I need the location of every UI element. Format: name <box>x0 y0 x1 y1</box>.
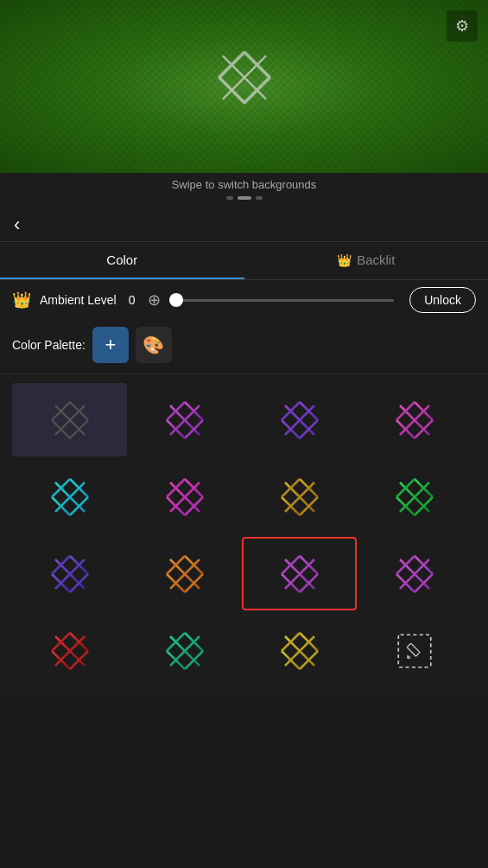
swipe-hint-bar: Swipe to switch backgrounds <box>0 173 488 208</box>
palette-row: Color Palette: + 🎨 <box>0 320 488 374</box>
bottom-area <box>0 699 488 868</box>
logo-container <box>210 43 279 116</box>
swatch-icon-15 <box>276 628 323 674</box>
grid-row-1 <box>12 383 476 456</box>
tab-color-label: Color <box>106 252 137 267</box>
color-swatch-5[interactable] <box>12 460 127 533</box>
color-swatch-6[interactable] <box>127 460 242 533</box>
swatch-icon-4 <box>391 397 438 444</box>
swatch-icon-14 <box>162 628 208 674</box>
slider-track <box>176 299 395 302</box>
grid-row-2 <box>12 460 476 533</box>
swatch-icon-13 <box>47 628 93 674</box>
swatch-icon-2 <box>162 397 208 444</box>
target-icon: ⊕ <box>148 290 161 310</box>
swatch-icon-10 <box>162 551 208 597</box>
swatch-icon-11 <box>276 551 323 597</box>
color-swatch-11[interactable] <box>242 537 357 610</box>
swatch-icon-6 <box>162 474 208 520</box>
custom-edit-icon <box>396 632 434 670</box>
color-grid <box>0 374 488 699</box>
ambient-level-row: 👑 Ambient Level 0 ⊕ Unlock <box>0 280 488 320</box>
back-bar: ‹ <box>0 208 488 242</box>
swatch-icon-1 <box>47 397 93 444</box>
grid-row-3 <box>12 537 476 610</box>
add-palette-button[interactable]: + <box>92 327 129 363</box>
dot-2 <box>238 196 251 200</box>
color-picker-button[interactable]: 🎨 <box>136 327 172 363</box>
add-icon: + <box>105 334 116 356</box>
swipe-hint-text: Swipe to switch backgrounds <box>0 178 488 191</box>
color-swatch-3[interactable] <box>242 383 357 456</box>
color-swatch-2[interactable] <box>127 383 242 456</box>
color-swatch-12[interactable] <box>357 537 472 610</box>
color-swatch-4[interactable] <box>357 383 472 456</box>
swatch-icon-5 <box>47 474 93 520</box>
palette-icon: 🎨 <box>143 335 164 355</box>
swatch-icon-8 <box>391 474 438 520</box>
color-swatch-1[interactable] <box>12 383 127 456</box>
swatch-icon-12 <box>391 551 438 597</box>
unlock-label: Unlock <box>424 293 461 307</box>
back-button[interactable]: ‹ <box>14 215 20 234</box>
header-background: ⚙ <box>0 0 488 173</box>
tab-color[interactable]: Color <box>0 242 244 279</box>
custom-edit-swatch[interactable] <box>357 614 472 687</box>
ambient-slider[interactable] <box>176 299 395 302</box>
color-swatch-7[interactable] <box>242 460 357 533</box>
crown-tab-icon: 👑 <box>337 253 352 267</box>
ambient-value: 0 <box>129 293 136 307</box>
svg-rect-97 <box>398 635 430 667</box>
gear-icon: ⚙ <box>455 16 469 35</box>
swatch-icon-3 <box>276 397 323 444</box>
palette-label: Color Palette: <box>12 338 86 352</box>
swatch-icon-7 <box>276 474 323 520</box>
color-swatch-15[interactable] <box>242 614 357 687</box>
color-swatch-8[interactable] <box>357 460 472 533</box>
color-swatch-9[interactable] <box>12 537 127 610</box>
svg-rect-98 <box>407 643 420 656</box>
dot-3 <box>256 196 263 200</box>
color-swatch-13[interactable] <box>12 614 127 687</box>
slider-thumb <box>169 293 183 307</box>
dot-1 <box>226 196 233 200</box>
page-indicator <box>0 196 488 200</box>
color-swatch-14[interactable] <box>127 614 242 687</box>
tab-bar: Color 👑 Backlit <box>0 242 488 280</box>
app-logo <box>210 43 279 112</box>
swatch-icon-9 <box>47 551 93 597</box>
tab-backlit[interactable]: 👑 Backlit <box>244 242 489 279</box>
tab-backlit-label: Backlit <box>357 252 395 267</box>
ambient-label: Ambient Level <box>40 293 117 307</box>
color-swatch-10[interactable] <box>127 537 242 610</box>
unlock-button[interactable]: Unlock <box>409 287 476 313</box>
settings-button[interactable]: ⚙ <box>447 10 478 41</box>
grid-row-4 <box>12 614 476 687</box>
ambient-crown-icon: 👑 <box>12 290 31 310</box>
